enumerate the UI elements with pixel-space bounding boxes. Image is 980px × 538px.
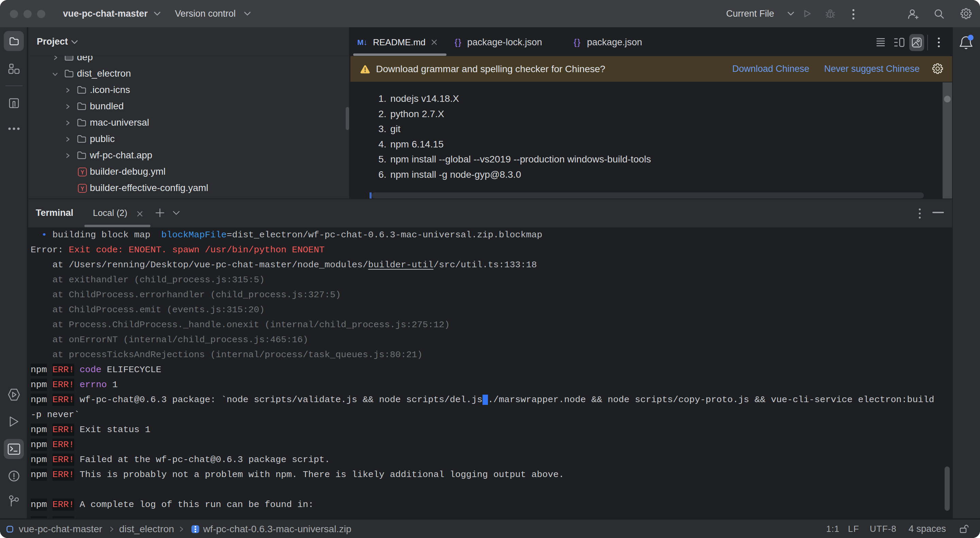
svg-text:Y: Y [81, 169, 84, 176]
svg-text:Y: Y [81, 186, 84, 192]
